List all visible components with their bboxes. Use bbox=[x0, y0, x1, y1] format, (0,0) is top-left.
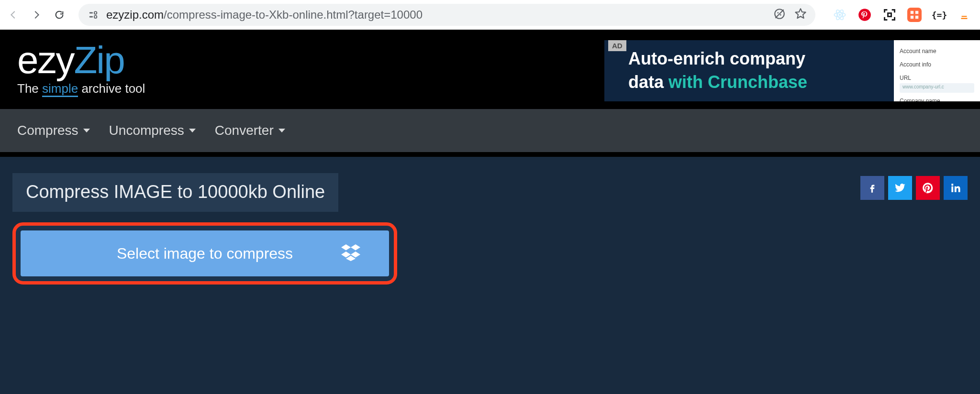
svg-point-6 bbox=[780, 14, 781, 16]
select-image-highlight: Select image to compress bbox=[12, 222, 397, 285]
browser-toolbar: ezyzip.com/compress-image-to-Xkb-online.… bbox=[0, 0, 980, 30]
page-title: Compress IMAGE to 10000kb Online bbox=[26, 182, 325, 202]
bookmark-star-icon[interactable] bbox=[794, 8, 807, 22]
ad-headline: Auto-enrich company data with Crunchbase bbox=[628, 47, 807, 94]
share-twitter-button[interactable] bbox=[888, 176, 912, 200]
ad-form-preview: Account name Account info URL www.compan… bbox=[894, 40, 980, 101]
reload-button[interactable] bbox=[50, 5, 69, 24]
chevron-down-icon bbox=[278, 129, 285, 132]
svg-rect-15 bbox=[911, 16, 913, 19]
share-pinterest-button[interactable] bbox=[916, 176, 940, 200]
extension-orange-icon[interactable] bbox=[907, 8, 922, 22]
svg-point-7 bbox=[839, 14, 841, 16]
site-info-icon[interactable] bbox=[87, 9, 100, 21]
nav-compress[interactable]: Compress bbox=[17, 123, 90, 138]
svg-rect-0 bbox=[89, 12, 93, 14]
svg-rect-16 bbox=[915, 16, 918, 19]
svg-rect-14 bbox=[915, 11, 918, 14]
logo-text: ezyZip bbox=[17, 43, 145, 77]
svg-rect-13 bbox=[911, 11, 913, 14]
chevron-down-icon bbox=[83, 129, 90, 132]
address-bar[interactable]: ezyzip.com/compress-image-to-Xkb-online.… bbox=[78, 4, 815, 26]
select-image-button[interactable]: Select image to compress bbox=[21, 230, 389, 276]
nav-converter[interactable]: Converter bbox=[215, 123, 285, 138]
cookie-blocked-icon[interactable] bbox=[773, 8, 786, 22]
svg-point-2 bbox=[94, 11, 97, 14]
svg-point-11 bbox=[858, 9, 871, 21]
extension-pinterest-icon[interactable] bbox=[858, 8, 872, 22]
extension-react-icon[interactable] bbox=[833, 8, 847, 22]
select-image-label: Select image to compress bbox=[117, 245, 293, 263]
extension-overflow-icon[interactable] bbox=[957, 8, 971, 22]
tagline: The simple archive tool bbox=[17, 81, 145, 96]
extensions-area: {=} bbox=[823, 8, 976, 22]
ad-badge: AD bbox=[608, 40, 626, 51]
page-title-container: Compress IMAGE to 10000kb Online bbox=[12, 173, 338, 212]
share-facebook-button[interactable] bbox=[860, 176, 884, 200]
main-nav: Compress Uncompress Converter bbox=[0, 109, 980, 152]
forward-button[interactable] bbox=[27, 5, 46, 24]
back-button[interactable] bbox=[4, 5, 23, 24]
dropbox-icon[interactable] bbox=[341, 242, 360, 265]
site-header: ezyZip The simple archive tool AD Auto-e… bbox=[0, 30, 980, 109]
main-content: Compress IMAGE to 10000kb Online Select … bbox=[0, 157, 980, 394]
share-buttons bbox=[860, 176, 968, 200]
separator bbox=[0, 152, 980, 157]
svg-rect-1 bbox=[89, 16, 93, 18]
logo[interactable]: ezyZip The simple archive tool bbox=[17, 43, 145, 96]
share-linkedin-button[interactable] bbox=[944, 176, 968, 200]
url-text: ezyzip.com/compress-image-to-Xkb-online.… bbox=[106, 8, 767, 22]
nav-uncompress[interactable]: Uncompress bbox=[109, 123, 196, 138]
svg-rect-12 bbox=[888, 13, 891, 17]
svg-point-3 bbox=[94, 15, 97, 18]
extension-braces-icon[interactable]: {=} bbox=[932, 8, 947, 22]
svg-point-5 bbox=[777, 12, 779, 13]
chevron-down-icon bbox=[189, 129, 196, 132]
ad-banner[interactable]: AD Auto-enrich company data with Crunchb… bbox=[604, 40, 980, 101]
extension-frame-icon[interactable] bbox=[882, 8, 897, 22]
